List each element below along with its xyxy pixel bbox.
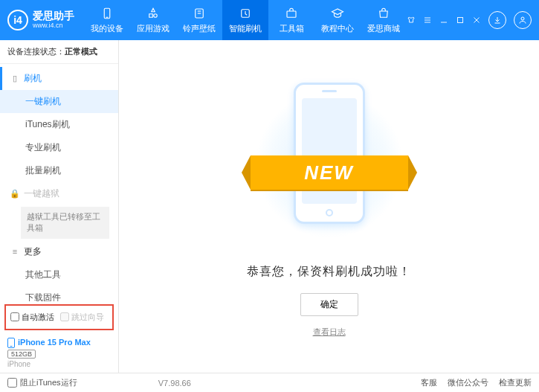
side-menu: ▯ 刷机 一键刷机 iTunes刷机 专业刷机 批量刷机 🔒 一键越狱 越狱工具… [0,64,118,301]
logo-area[interactable]: i4 爱思助手 www.i4.cn [7,10,84,30]
user-button[interactable] [514,11,532,29]
nav-label: 工具箱 [280,23,304,34]
statusbar-right: 客服 微信公众号 检查更新 [421,377,532,388]
group-jailbreak[interactable]: 🔒 一键越狱 [0,182,118,205]
sub-other-tools[interactable]: 其他工具 [0,263,118,286]
download-button[interactable] [488,11,506,29]
app-name: 爱思助手 [33,10,74,22]
nav-flash[interactable]: 智能刷机 [222,0,268,40]
statusbar: 阻止iTunes运行 V7.98.66 客服 微信公众号 检查更新 [0,373,539,392]
group-flash[interactable]: ▯ 刷机 [0,67,118,90]
svg-rect-6 [287,11,296,17]
more-icon: ≡ [10,247,19,256]
status-label: 设备连接状态： [7,47,65,56]
svg-rect-11 [458,18,463,23]
ringtone-icon [192,6,207,21]
title-controls [407,11,532,29]
nav-shop[interactable]: 爱思商城 [361,0,407,40]
sub-one-key-flash[interactable]: 一键刷机 [0,90,118,113]
view-log-link[interactable]: 查看日志 [313,327,346,338]
device-name: iPhone 15 Pro Max [18,338,91,347]
block-itunes-checkbox[interactable]: 阻止iTunes运行 [7,377,77,388]
sub-jailbreak-moved[interactable]: 越狱工具已转移至工具箱 [21,207,109,239]
ok-button[interactable]: 确定 [300,293,358,316]
group-label: 刷机 [24,72,42,85]
version-label: V7.98.66 [158,379,191,388]
activation-options: 自动激活 跳过向导 [4,304,114,330]
minimize-icon[interactable] [439,16,448,25]
nav-ringtone[interactable]: 铃声壁纸 [176,0,222,40]
sub-batch-flash[interactable]: 批量刷机 [0,159,118,182]
maximize-icon[interactable] [456,16,465,25]
app-url: www.i4.cn [33,22,74,30]
success-message: 恭喜您，保资料刷机成功啦！ [247,264,411,280]
phone-icon: ▯ [10,74,19,83]
nav-label: 应用游戏 [137,23,170,34]
nav-label: 我的设备 [91,23,123,34]
device-info[interactable]: iPhone 15 Pro Max 512GB iPhone [0,333,118,373]
shop-icon [376,6,391,21]
svg-point-15 [521,17,524,20]
support-link[interactable]: 客服 [421,377,437,388]
nav-label: 爱思商城 [367,23,400,34]
nav-tutorial[interactable]: 教程中心 [314,0,361,40]
nav-apps[interactable]: 应用游戏 [130,0,176,40]
lock-icon: 🔒 [10,190,19,199]
toolbox-icon [284,6,299,21]
skip-setup-checkbox[interactable]: 跳过向导 [60,312,104,323]
check-update-link[interactable]: 检查更新 [499,377,532,388]
nav-my-device[interactable]: 我的设备 [84,0,130,40]
group-label: 一键越狱 [24,187,59,200]
menu-icon[interactable] [423,16,432,25]
device-type: iPhone [7,360,111,368]
skin-icon[interactable] [407,16,416,25]
device-storage: 512GB [7,350,36,359]
status-mode: 正常模式 [65,47,97,56]
auto-activate-checkbox[interactable]: 自动激活 [10,312,54,323]
body: 设备连接状态：正常模式 ▯ 刷机 一键刷机 iTunes刷机 专业刷机 批量刷机… [0,40,539,373]
flash-icon [238,6,253,21]
sub-pro-flash[interactable]: 专业刷机 [0,136,118,159]
sub-itunes-flash[interactable]: iTunes刷机 [0,113,118,136]
group-label: 更多 [24,245,42,258]
sub-download-firmware[interactable]: 下载固件 [0,286,118,301]
app-logo-icon: i4 [7,10,28,30]
titlebar: i4 爱思助手 www.i4.cn 我的设备 应用游戏 铃声壁纸 智能刷机 工具… [0,0,539,40]
top-nav: 我的设备 应用游戏 铃声壁纸 智能刷机 工具箱 教程中心 爱思商城 [84,0,407,40]
main-content: NEW 恭喜您，保资料刷机成功啦！ 确定 查看日志 [119,40,539,373]
nav-label: 铃声壁纸 [183,23,216,34]
group-more[interactable]: ≡ 更多 [0,240,118,263]
connection-status: 设备连接状态：正常模式 [0,40,118,64]
apps-icon [146,6,161,21]
nav-label: 智能刷机 [229,23,262,34]
sidebar: 设备连接状态：正常模式 ▯ 刷机 一键刷机 iTunes刷机 专业刷机 批量刷机… [0,40,119,373]
device-phone-icon [7,338,15,348]
new-ribbon: NEW [251,155,408,190]
nav-toolbox[interactable]: 工具箱 [268,0,314,40]
close-icon[interactable] [472,16,481,25]
success-illustration: NEW [277,83,381,246]
device-icon [100,6,114,21]
nav-label: 教程中心 [321,23,354,34]
wechat-link[interactable]: 微信公众号 [448,377,488,388]
tutorial-icon [330,6,345,21]
